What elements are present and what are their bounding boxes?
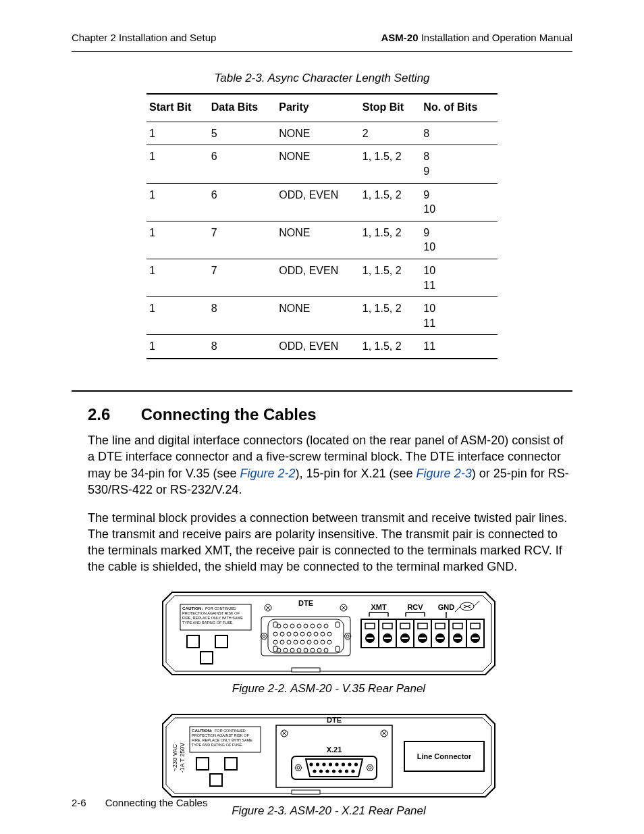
table-cell: 910: [421, 221, 498, 259]
svg-text:~230  VAC: ~230 VAC: [171, 744, 178, 771]
svg-rect-90: [292, 668, 320, 672]
table-cell: ODD, EVEN: [276, 183, 360, 221]
svg-point-120: [335, 763, 338, 766]
svg-rect-77: [419, 637, 426, 639]
figure-2-2-caption: Figure 2-2. ASM-20 - V.35 Rear Panel: [88, 681, 570, 697]
header-left: Chapter 2 Installation and Setup: [72, 31, 216, 45]
figure-2-2: CAUTION: FOR CONTINUED PROTECTION AGAINS…: [88, 590, 570, 677]
gnd-label: GND: [438, 603, 455, 611]
svg-marker-115: [306, 759, 363, 777]
header-right: ASM-20 Installation and Operation Manual: [381, 31, 573, 45]
table-row: 16NONE1, 1.5, 289: [146, 145, 498, 183]
svg-point-117: [316, 763, 319, 766]
table-cell: 1: [146, 183, 209, 221]
x21-label: X.21: [327, 746, 342, 754]
table-row: 18ODD, EVEN1, 1.5, 211: [146, 335, 498, 359]
table-cell: ODD, EVEN: [276, 335, 360, 359]
table-row: 17ODD, EVEN1, 1.5, 21011: [146, 259, 498, 296]
table-cell: NONE: [276, 297, 360, 335]
xmt-label: XMT: [371, 603, 387, 611]
svg-point-122: [348, 763, 351, 766]
svg-point-121: [342, 763, 345, 766]
svg-rect-69: [384, 637, 391, 639]
caution-heading: CAUTION:: [182, 606, 203, 610]
table-cell: 1011: [421, 297, 498, 335]
table-cell: 1011: [421, 259, 498, 296]
svg-text:TYPE AND RATING OF FUSE.: TYPE AND RATING OF FUSE.: [182, 621, 234, 625]
svg-point-124: [313, 770, 316, 773]
svg-rect-85: [454, 637, 461, 639]
xref-figure-2-3[interactable]: Figure 2-3: [417, 467, 472, 480]
header-right-rest: Installation and Operation Manual: [419, 32, 572, 43]
table-cell: NONE: [276, 122, 360, 145]
col-start-bit: Start Bit: [146, 94, 209, 122]
voltage-rating: ~230 VAC -1A T 250V: [171, 743, 186, 773]
section-title: Connecting the Cables: [141, 405, 317, 423]
paragraph-2: The terminal block provides a connection…: [88, 510, 570, 575]
table-cell: 1: [146, 221, 209, 259]
table-cell: 1: [146, 297, 209, 335]
table-cell: 7: [209, 259, 277, 296]
svg-point-129: [345, 770, 348, 773]
table-cell: 6: [209, 183, 277, 221]
table-cell: 7: [209, 221, 277, 259]
svg-point-127: [332, 770, 336, 773]
xref-figure-2-2[interactable]: Figure 2-2: [240, 467, 295, 480]
svg-text:PROTECTION AGAINST RISK OF: PROTECTION AGAINST RISK OF: [192, 733, 249, 737]
svg-point-116: [309, 763, 313, 766]
table-row: 16ODD, EVEN1, 1.5, 2910: [146, 183, 498, 221]
dte-label: DTE: [327, 716, 342, 724]
svg-text:FIRE, REPLACE ONLY WITH SAME: FIRE, REPLACE ONLY WITH SAME: [192, 738, 252, 742]
section-number: 2.6: [88, 404, 136, 425]
table-cell: 1, 1.5, 2: [360, 221, 421, 259]
rcv-label: RCV: [407, 603, 423, 611]
table-row: 15NONE28: [146, 122, 498, 145]
table-cell: 1: [146, 259, 209, 296]
col-no-of-bits: No. of Bits: [421, 94, 498, 122]
table-cell: 1: [146, 122, 209, 145]
svg-point-128: [338, 770, 342, 773]
rear-panel-v35-diagram: CAUTION: FOR CONTINUED PROTECTION AGAINS…: [160, 590, 498, 677]
svg-point-126: [325, 770, 329, 773]
svg-text:-1A  T  250V: -1A T 250V: [179, 743, 186, 773]
svg-rect-73: [402, 637, 408, 639]
table-header-row: Start Bit Data Bits Parity Stop Bit No. …: [146, 94, 498, 122]
figure-2-3: ~230 VAC -1A T 250V CAUTION: FOR CONTINU…: [88, 712, 570, 800]
col-data-bits: Data Bits: [209, 94, 277, 122]
svg-text:FOR CONTINUED: FOR CONTINUED: [215, 729, 246, 733]
dte-label: DTE: [298, 599, 313, 607]
table-cell: 1: [146, 335, 209, 359]
svg-text:TYPE AND RATING OF FUSE.: TYPE AND RATING OF FUSE.: [192, 743, 243, 747]
table-cell: 8: [209, 297, 277, 335]
page-number: 2-6: [72, 796, 86, 810]
async-char-length-table: Start Bit Data Bits Parity Stop Bit No. …: [146, 93, 498, 359]
rear-panel-x21-diagram: ~230 VAC -1A T 250V CAUTION: FOR CONTINU…: [160, 712, 498, 800]
paragraph-1: The line and digital interface connector…: [88, 432, 570, 497]
table-row: 17NONE1, 1.5, 2910: [146, 221, 498, 259]
table-cell: 1, 1.5, 2: [360, 145, 421, 183]
col-parity: Parity: [276, 94, 360, 122]
svg-text:FIRE, REPLACE ONLY WITH SAME: FIRE, REPLACE ONLY WITH SAME: [182, 616, 243, 620]
table-caption: Table 2-3. Async Character Length Settin…: [72, 71, 572, 86]
table-cell: 1, 1.5, 2: [360, 335, 421, 359]
para1-text-b: ), 15-pin for X.21 (see: [296, 467, 417, 480]
table-cell: 2: [360, 122, 421, 145]
svg-point-119: [329, 763, 332, 766]
table-cell: NONE: [276, 145, 360, 183]
table-row: 18NONE1, 1.5, 21011: [146, 297, 498, 335]
svg-point-125: [319, 770, 323, 773]
svg-text:PROTECTION AGAINST RISK OF: PROTECTION AGAINST RISK OF: [182, 611, 240, 615]
svg-rect-89: [472, 637, 479, 639]
table-cell: 5: [209, 122, 277, 145]
svg-point-130: [351, 770, 354, 773]
header-right-strong: ASM-20: [381, 32, 419, 43]
table-cell: 1, 1.5, 2: [360, 183, 421, 221]
table-cell: 8: [421, 122, 498, 145]
running-header: Chapter 2 Installation and Setup ASM-20 …: [72, 31, 572, 52]
table-cell: 11: [421, 335, 498, 359]
table-cell: ODD, EVEN: [276, 259, 360, 296]
svg-rect-65: [367, 637, 373, 639]
table-cell: 910: [421, 183, 498, 221]
line-connector-label: Line Connector: [417, 752, 472, 760]
svg-text:FOR CONTINUED: FOR CONTINUED: [205, 606, 236, 610]
